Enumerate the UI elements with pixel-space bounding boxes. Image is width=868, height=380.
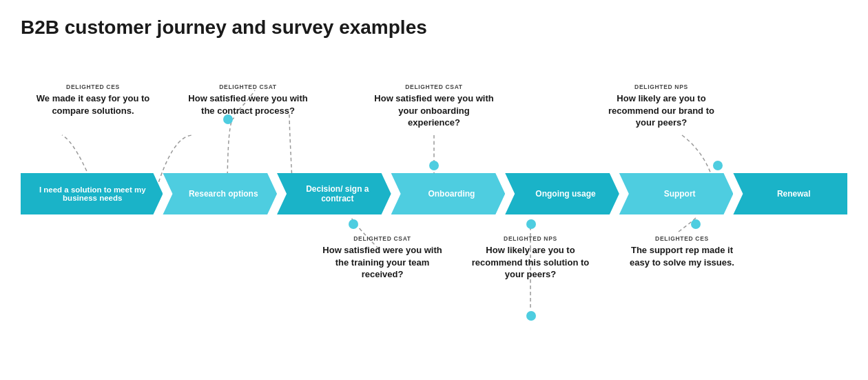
chevron-needs: I need a solution to meet my business ne… [21, 173, 163, 214]
chevron-decision: Decision/ sign a contract [277, 173, 391, 214]
dot-onboarding-top [429, 161, 439, 170]
chevron-ongoing: Ongoing usage [505, 173, 619, 214]
chevron-renewal: Renewal [733, 173, 847, 214]
page-container: B2B customer journey and survey examples [0, 0, 868, 380]
annotation-bottom-3: DELIGHTED CES The support rep made it ea… [620, 235, 744, 268]
annotation-bottom-2: DELIGHTED NPS How likely are you to reco… [468, 235, 592, 281]
chevron-support: Support [619, 173, 734, 214]
dot-ongoing-bottom [526, 219, 536, 229]
chevron-row: I need a solution to meet my business ne… [21, 173, 847, 214]
annotation-top-3: DELIGHTED CSAT How satisfied were you wi… [372, 83, 496, 129]
page-title: B2B customer journey and survey examples [21, 17, 847, 39]
chevron-onboarding: Onboarding [391, 173, 506, 214]
dot-research-top [223, 114, 233, 124]
dot-support-bottom [691, 219, 701, 229]
annotation-top-4: DELIGHTED NPS How likely are you to reco… [599, 83, 723, 129]
dot-decision-bottom [349, 219, 358, 229]
annotation-top-1: DELIGHTED CES We made it easy for you to… [31, 83, 155, 117]
annotation-top-2: DELIGHTED CSAT How satisfied were you wi… [186, 83, 310, 117]
annotation-bottom-1: DELIGHTED CSAT How satisfied were you wi… [320, 235, 444, 281]
chevron-research: Research options [163, 173, 277, 214]
journey-diagram: DELIGHTED CES We made it easy for you to… [21, 46, 847, 363]
dot-support-top [713, 161, 723, 170]
dot-ongoing-far-bottom [526, 311, 536, 321]
